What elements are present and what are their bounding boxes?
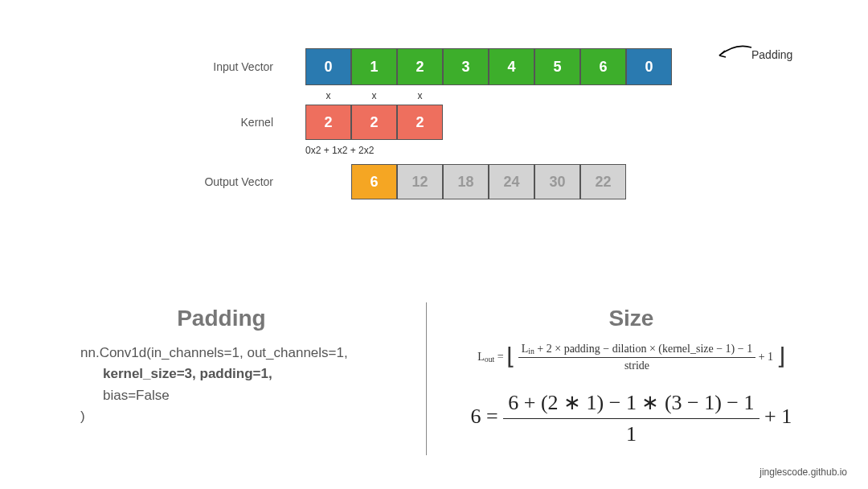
- padding-panel: Padding nn.Conv1d(in_channels=1, out_cha…: [48, 306, 419, 446]
- formula-big-num: 6 + (2 ∗ 1) − 1 ∗ (3 − 1) − 1: [503, 390, 759, 419]
- code-line: kernel_size=3, padding=1,: [103, 366, 272, 381]
- output-cell: 30: [534, 164, 580, 199]
- padding-annotation: Padding: [751, 48, 792, 61]
- padding-arrow-icon: [715, 43, 755, 62]
- code-snippet: nn.Conv1d(in_channels=1, out_channels=1,…: [80, 343, 395, 427]
- kernel-label: Kernel: [113, 116, 273, 129]
- formula-lhs-sub: out: [485, 355, 495, 364]
- formula-big-fraction: 6 + (2 ∗ 1) − 1 ∗ (3 − 1) − 1 1: [503, 390, 759, 446]
- formula-eq: =: [497, 351, 504, 363]
- x-mark: x: [397, 90, 443, 101]
- output-cell: 6: [351, 164, 397, 199]
- calculation-text: 0x2 + 1x2 + 2x2: [305, 145, 868, 156]
- input-cell: 3: [443, 48, 489, 85]
- output-cell: 12: [397, 164, 443, 199]
- kernel-row: Kernel 2 2 2: [113, 105, 868, 140]
- kernel-cell: 2: [397, 105, 443, 140]
- convolution-diagram: Input Vector 0 1 2 3 4 5 6 0 Padding x x…: [0, 0, 868, 199]
- padding-title: Padding: [48, 306, 395, 331]
- size-title: Size: [443, 306, 820, 331]
- code-line: bias=False: [103, 388, 170, 403]
- size-formula-general: Lout = ⌊ Lin + 2 × padding − dilation × …: [443, 343, 820, 372]
- formula-big-plus1: + 1: [764, 405, 792, 428]
- input-label: Input Vector: [113, 60, 273, 73]
- formula-plus1: + 1: [759, 351, 773, 363]
- output-cell: 24: [489, 164, 534, 199]
- input-cell: 6: [580, 48, 626, 85]
- formula-lhs: L: [477, 351, 485, 363]
- floor-right-icon: ⌋: [776, 347, 785, 368]
- size-panel: Size Lout = ⌊ Lin + 2 × padding − dilati…: [419, 306, 820, 446]
- input-cell: 4: [489, 48, 534, 85]
- output-label: Output Vector: [113, 175, 273, 188]
- formula-den: stride: [518, 358, 756, 372]
- output-cell: 22: [580, 164, 626, 199]
- kernel-cell: 2: [351, 105, 397, 140]
- formula-num-rest: + 2 × padding − dilation × (kernel_size …: [534, 343, 752, 355]
- bottom-section: Padding nn.Conv1d(in_channels=1, out_cha…: [0, 306, 868, 446]
- formula-num-a: L: [522, 343, 529, 355]
- input-cells: 0 1 2 3 4 5 6 0: [305, 48, 672, 85]
- code-line: nn.Conv1d(in_channels=1, out_channels=1,: [80, 345, 348, 360]
- formula-big-lhs: 6 =: [471, 405, 498, 428]
- input-cell: 0: [626, 48, 672, 85]
- input-cell: 2: [397, 48, 443, 85]
- x-mark: x: [305, 90, 351, 101]
- x-mark: x: [351, 90, 397, 101]
- output-cells: 6 12 18 24 30 22: [351, 164, 626, 199]
- formula-num-a-sub: in: [528, 347, 534, 355]
- multiplication-marks: x x x: [305, 90, 868, 101]
- floor-left-icon: ⌊: [506, 347, 515, 368]
- input-cell: 0: [305, 48, 351, 85]
- output-row: Output Vector 6 12 18 24 30 22: [113, 164, 868, 199]
- formula-big-den: 1: [503, 419, 759, 446]
- kernel-cells: 2 2 2: [305, 105, 443, 140]
- kernel-cell: 2: [305, 105, 351, 140]
- input-cell: 1: [351, 48, 397, 85]
- credit-text: jinglescode.github.io: [760, 466, 847, 478]
- size-formula-instance: 6 = 6 + (2 ∗ 1) − 1 ∗ (3 − 1) − 1 1 + 1: [443, 390, 820, 446]
- input-cell: 5: [534, 48, 580, 85]
- code-line: ): [80, 409, 85, 424]
- output-cell: 18: [443, 164, 489, 199]
- formula-fraction: Lin + 2 × padding − dilation × (kernel_s…: [518, 343, 756, 372]
